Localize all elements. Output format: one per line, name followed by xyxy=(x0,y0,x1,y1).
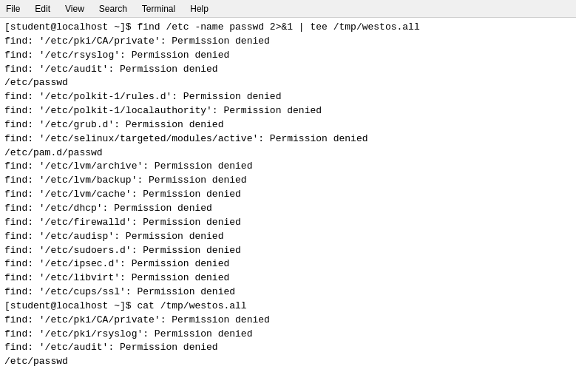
terminal-line: find: '/etc/rsyslog': Permission denied xyxy=(4,49,572,63)
terminal-line: find: '/etc/polkit-1/localauthority': Pe… xyxy=(4,104,572,118)
terminal-line: find: '/etc/pki/rsyslog': Permission den… xyxy=(4,328,572,342)
terminal-line: [student@localhost ~]$ find /etc -name p… xyxy=(4,21,572,35)
terminal-line: find: '/etc/sudoers.d': Permission denie… xyxy=(4,244,572,258)
terminal-line: find: '/etc/cups/ssl': Permission denied xyxy=(4,285,572,300)
terminal-line: find: '/etc/audit': Permission denied xyxy=(4,63,572,77)
terminal-line: find: '/etc/libvirt': Permission denied xyxy=(4,271,572,285)
terminal-output[interactable]: [student@localhost ~]$ find /etc -name p… xyxy=(0,18,576,392)
terminal-line: /etc/passwd xyxy=(4,76,572,90)
terminal-window: File Edit View Search Terminal Help [stu… xyxy=(0,0,576,392)
menu-view[interactable]: View xyxy=(62,3,87,15)
terminal-line: find: '/etc/lvm/cache': Permission denie… xyxy=(4,188,572,202)
terminal-line: find: '/etc/pki/CA/private': Permission … xyxy=(4,314,572,328)
menubar: File Edit View Search Terminal Help xyxy=(0,0,576,18)
terminal-line: find: '/etc/ipsec.d': Permission denied xyxy=(4,257,572,271)
terminal-line: find: '/etc/pki/CA/private': Permission … xyxy=(4,35,572,49)
terminal-line: find: '/etc/polkit-1/rules.d': Permissio… xyxy=(4,90,572,104)
terminal-line: find: '/etc/lvm/backup': Permission deni… xyxy=(4,174,572,188)
terminal-line: find: '/etc/dhcp': Permission denied xyxy=(4,202,572,216)
terminal-line: find: '/etc/grub.d': Permission denied xyxy=(4,118,572,132)
menu-search[interactable]: Search xyxy=(96,3,130,15)
terminal-line: find: '/etc/firewalld': Permission denie… xyxy=(4,216,572,230)
terminal-line: find: '/etc/selinux/targeted/modules/act… xyxy=(4,132,572,146)
menu-help[interactable]: Help xyxy=(187,3,211,15)
menu-file[interactable]: File xyxy=(3,3,23,15)
terminal-line: find: '/etc/audit': Permission denied xyxy=(4,341,572,355)
terminal-line: find: '/etc/lvm/archive': Permission den… xyxy=(4,160,572,174)
menu-edit[interactable]: Edit xyxy=(32,3,53,15)
menu-terminal[interactable]: Terminal xyxy=(139,3,178,15)
terminal-line: find: '/etc/audisp': Permission denied xyxy=(4,230,572,244)
terminal-line: /etc/pam.d/passwd xyxy=(4,146,572,160)
terminal-line: [student@localhost ~]$ cat /tmp/westos.a… xyxy=(4,300,572,314)
terminal-line: /etc/passwd xyxy=(4,355,572,369)
